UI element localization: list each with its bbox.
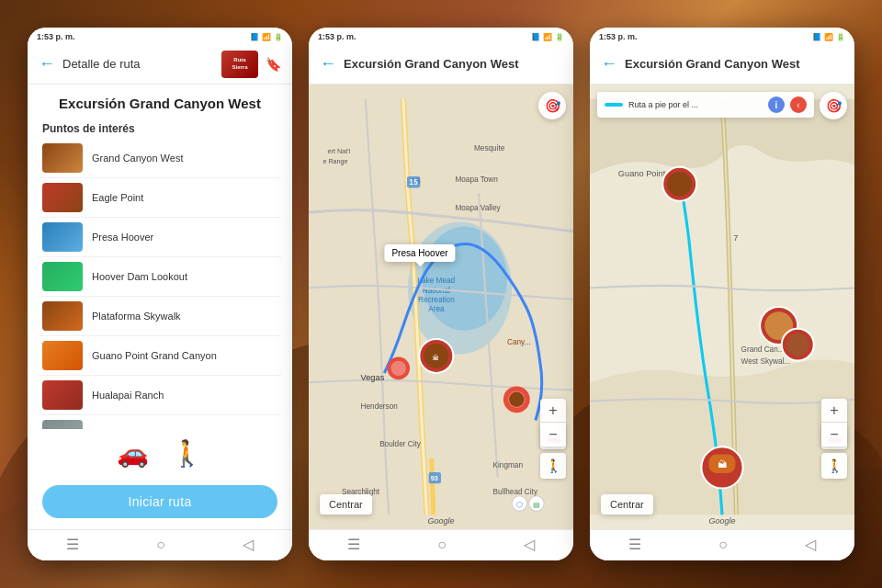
home-icon-1[interactable]: ○ [156, 537, 165, 553]
walk-mode-button-3[interactable]: 🚶 [821, 453, 847, 479]
list-item[interactable]: Hoover Dam Lookout [39, 257, 281, 297]
bookmark-icon-1[interactable]: 🔖 [266, 57, 281, 72]
poi-thumb-3 [42, 262, 83, 291]
zoom-in-button-3[interactable]: + [821, 399, 847, 423]
menu-icon-3[interactable]: ☰ [628, 536, 641, 553]
route-title-1: Excursión Grand Canyon West [28, 85, 292, 117]
back-nav-icon-1[interactable]: ◁ [243, 536, 254, 553]
status-bar-3: 1:53 p. m. 📘 📶 🔋 [590, 28, 854, 44]
locate-button-2[interactable]: 🎯 [538, 92, 566, 119]
list-item[interactable]: Hualapai Ranch [39, 376, 281, 415]
map-container-3[interactable]: 7 Guano Point Grand Can... West Skywal..… [590, 85, 854, 529]
back-nav-icon-3[interactable]: ◁ [805, 536, 816, 553]
header-title-1: Detalle de ruta [62, 57, 214, 71]
svg-text:Cany...: Cany... [507, 338, 530, 346]
svg-text:Kingman: Kingman [493, 461, 524, 469]
status-time-3: 1:53 p. m. [599, 32, 638, 41]
poi-thumb-5 [42, 341, 83, 370]
route-color-indicator [605, 103, 623, 107]
list-item[interactable]: Plataforma Skywalk [39, 297, 281, 336]
back-button-2[interactable]: ← [320, 54, 336, 74]
route-info-bar: Ruta a pie por el ... i ‹ [597, 92, 814, 118]
svg-text:Vegas: Vegas [361, 373, 385, 382]
svg-text:ert Nat'l: ert Nat'l [328, 147, 351, 155]
poi-thumb-7 [42, 420, 83, 429]
svg-text:🏔: 🏔 [718, 459, 727, 469]
poi-section-label: Puntos de interés [28, 117, 292, 139]
svg-text:93: 93 [431, 474, 438, 482]
svg-text:Henderson: Henderson [361, 402, 399, 411]
car-icon: 🚗 [117, 438, 149, 469]
list-item[interactable]: Guano Point Grand Canyon [39, 336, 281, 376]
home-icon-3[interactable]: ○ [718, 537, 728, 553]
phone-3-route-map: 1:53 p. m. 📘 📶 🔋 ← Excursión Grand Canyo… [590, 28, 854, 560]
phone-2-map: 1:53 p. m. 📘 📶 🔋 ← Excursión Grand Canyo… [309, 28, 573, 560]
route-info-icon[interactable]: i [768, 96, 785, 113]
home-icon-2[interactable]: ○ [437, 537, 447, 553]
header-title-3: Excursión Grand Canyon West [625, 57, 843, 71]
poi-name-3: Hoover Dam Lookout [92, 271, 187, 282]
google-logo-3: Google [708, 516, 735, 526]
list-item[interactable]: Grand Canyon West [39, 139, 281, 178]
status-icons-3: 📘 📶 🔋 [812, 33, 845, 41]
zoom-controls-2: + − [540, 399, 566, 447]
svg-text:Grand Can...: Grand Can... [741, 345, 785, 354]
poi-name-4: Plataforma Skywalk [92, 311, 181, 322]
map-container-2[interactable]: Lake Mead National Recreation Area 15 15 [309, 85, 573, 529]
back-button-3[interactable]: ← [601, 54, 617, 74]
svg-text:e Range: e Range [322, 157, 347, 165]
poi-list: Grand Canyon West Eagle Point Presa Hoov… [28, 139, 292, 429]
svg-rect-28 [509, 392, 524, 407]
status-bar-2: 1:53 p. m. 📘 📶 🔋 [309, 28, 573, 44]
svg-text:⬡: ⬡ [516, 501, 523, 509]
center-button-3[interactable]: Centrar [601, 494, 653, 514]
walk-mode-button-2[interactable]: 🚶 [540, 453, 566, 479]
svg-text:Boulder City: Boulder City [379, 440, 422, 448]
svg-text:Mesquite: Mesquite [474, 144, 505, 153]
svg-text:15: 15 [410, 178, 419, 187]
poi-name-5: Guano Point Grand Canyon [92, 350, 217, 361]
app-header-2: ← Excursión Grand Canyon West [309, 44, 573, 85]
phones-container: 1:53 p. m. 📘 📶 🔋 ← Detalle de ruta RutaS… [0, 0, 882, 588]
zoom-controls-3: + − [821, 399, 847, 447]
map-tooltip-presa-hoover: Presa Hoover [384, 244, 455, 262]
menu-icon-2[interactable]: ☰ [347, 536, 360, 553]
app-header-1: ← Detalle de ruta RutaSierra 🔖 [28, 44, 292, 85]
zoom-out-button-3[interactable]: − [821, 423, 847, 447]
zoom-out-button-2[interactable]: − [540, 423, 566, 447]
poi-name-6: Hualapai Ranch [92, 390, 164, 401]
zoom-in-button-2[interactable]: + [540, 399, 566, 423]
start-route-button[interactable]: Iniciar ruta [42, 485, 277, 518]
center-button-2[interactable]: Centrar [320, 494, 372, 514]
status-icons-1: 📘 📶 🔋 [250, 33, 283, 41]
phone-1-route-detail: 1:53 p. m. 📘 📶 🔋 ← Detalle de ruta RutaS… [28, 28, 292, 560]
list-item[interactable]: Aldea Supai [39, 415, 281, 429]
back-nav-icon-2[interactable]: ◁ [524, 536, 535, 553]
svg-text:🏛: 🏛 [433, 354, 439, 362]
nav-bar-1: ☰ ○ ◁ [28, 529, 292, 560]
svg-point-25 [390, 361, 405, 376]
route-info-text: Ruta a pie por el ... [628, 100, 763, 109]
poi-name-1: Eagle Point [92, 192, 143, 203]
back-button-1[interactable]: ← [39, 54, 55, 74]
map-svg-2: Lake Mead National Recreation Area 15 15 [309, 85, 573, 529]
menu-icon-1[interactable]: ☰ [66, 536, 79, 553]
close-route-icon[interactable]: ‹ [790, 96, 807, 113]
header-title-2: Excursión Grand Canyon West [344, 57, 562, 71]
svg-text:Guano Point: Guano Point [618, 169, 666, 178]
status-time-2: 1:53 p. m. [318, 32, 356, 41]
list-item[interactable]: Eagle Point [39, 178, 281, 218]
nav-bar-3: ☰ ○ ◁ [590, 529, 854, 560]
transport-icons-bar: 🚗 🚶 [28, 429, 292, 478]
status-icons-2: 📘 📶 🔋 [531, 33, 564, 41]
svg-point-46 [786, 334, 809, 356]
app-header-3: ← Excursión Grand Canyon West [590, 44, 854, 85]
svg-point-42 [667, 172, 692, 197]
poi-name-0: Grand Canyon West [92, 153, 183, 164]
svg-text:Moapa Town: Moapa Town [455, 175, 498, 184]
locate-button-3[interactable]: 🎯 [820, 92, 847, 119]
list-item[interactable]: Presa Hoover [39, 218, 281, 257]
map-svg-3: 7 Guano Point Grand Can... West Skywal..… [590, 85, 854, 529]
walking-icon: 🚶 [171, 438, 203, 469]
nav-bar-2: ☰ ○ ◁ [309, 529, 573, 560]
